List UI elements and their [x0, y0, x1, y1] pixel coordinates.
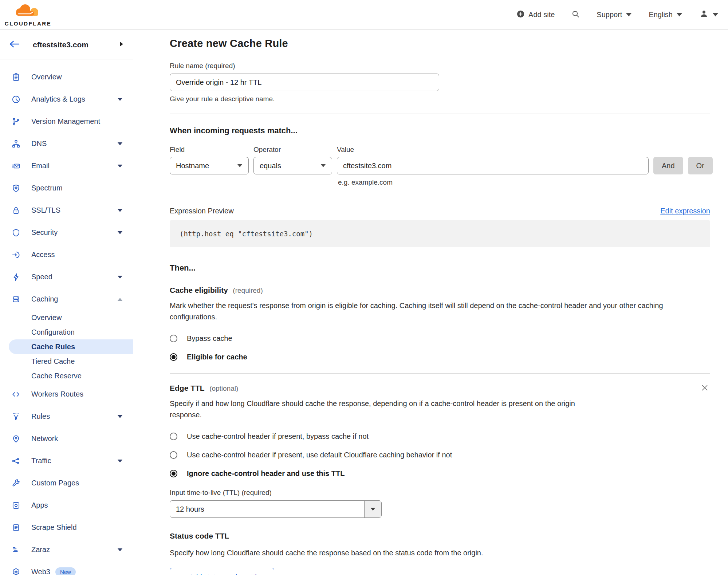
rule-name-input[interactable]: Override origin - 12 hr TTL [170, 74, 439, 91]
rule-name-label: Rule name (required) [170, 62, 710, 70]
radio-unchecked-icon[interactable] [170, 433, 177, 440]
chevron-down-icon [117, 209, 123, 212]
field-label: Field [170, 146, 249, 154]
cloudflare-dashboard: CLOUDFLARE Add site Support E [0, 0, 728, 575]
edge-ttl-description: Specify if and how long Cloudflare shoul… [170, 398, 603, 421]
bars-icon [11, 545, 21, 555]
radio-label: Use cache-control header if present, use… [187, 451, 452, 459]
add-site-button[interactable]: Add site [516, 10, 555, 20]
language-menu[interactable]: English [649, 11, 682, 19]
status-code-ttl-description: Specify how long Cloudflare should cache… [170, 547, 710, 559]
support-menu[interactable]: Support [597, 11, 632, 19]
sidebar-item-zaraz[interactable]: Zaraz [0, 539, 133, 561]
search-button[interactable] [571, 10, 580, 20]
sidebar-item-caching[interactable]: Caching [0, 288, 133, 310]
sidebar-subitem-tiered-cache[interactable]: Tiered Cache [0, 354, 133, 369]
radio-checked-icon[interactable] [170, 353, 177, 361]
sidebar-item-apps[interactable]: Apps [0, 494, 133, 516]
sidebar-item-web3[interactable]: Web3New [0, 561, 133, 575]
radio-label: Ignore cache-control header and use this… [187, 469, 345, 478]
main-panel: Create new Cache Rule Rule name (require… [134, 30, 728, 575]
sidebar-subitem-cache-rules[interactable]: Cache Rules [9, 339, 133, 354]
account-menu[interactable] [699, 9, 719, 20]
sidebar-item-overview[interactable]: Overview [0, 66, 133, 88]
sidebar-item-dns[interactable]: DNS [0, 133, 133, 155]
field-select[interactable]: Hostname [170, 157, 249, 174]
chevron-down-icon [117, 459, 123, 463]
sidebar-item-access[interactable]: Access [0, 244, 133, 266]
sidebar-item-scrape-shield[interactable]: Scrape Shield [0, 516, 133, 539]
shield-icon [11, 228, 21, 237]
cache-eligibility-options: Bypass cacheEligible for cache [170, 334, 710, 361]
sidebar-item-security[interactable]: Security [0, 221, 133, 244]
edge-ttl-options: Use cache-control header if present, byp… [170, 432, 710, 478]
sidebar-subitem-configuration[interactable]: Configuration [0, 325, 133, 339]
edge-ttl-heading: Edge TTL [170, 384, 205, 392]
cloudflare-logo[interactable]: CLOUDFLARE [6, 3, 50, 27]
envelope-icon [11, 161, 21, 171]
sidebar-item-version-management[interactable]: Version Management [0, 110, 133, 133]
chevron-down-icon [117, 98, 123, 101]
sidebar-item-workers-routes[interactable]: Workers Routes [0, 383, 133, 405]
cache-eligibility-qualifier: (required) [233, 287, 263, 294]
app-box-icon [11, 501, 21, 510]
server-stack-icon [11, 295, 21, 304]
cache-eligibility-option-bypass-cache[interactable]: Bypass cache [170, 334, 710, 343]
add-status-code-setting-label: Add status code setting [189, 573, 265, 575]
chevron-down-icon [117, 415, 123, 418]
share-nodes-icon [11, 456, 21, 466]
clipboard-icon [11, 72, 21, 82]
code-brackets-icon [11, 390, 21, 399]
sidebar-item-custom-pages[interactable]: Custom Pages [0, 472, 133, 494]
sidebar-item-network[interactable]: Network [0, 428, 133, 450]
match-heading: When incoming requests match... [170, 126, 710, 135]
radio-unchecked-icon[interactable] [170, 451, 177, 459]
sidebar-subitem-overview[interactable]: Overview [0, 310, 133, 325]
chevron-down-icon [117, 164, 123, 168]
edge-ttl-option-use-cache-control-header-if-present-bypass-cache-if-not[interactable]: Use cache-control header if present, byp… [170, 432, 710, 441]
edge-ttl-qualifier: (optional) [209, 385, 238, 392]
ttl-label: Input time-to-live (TTL) (required) [170, 489, 710, 497]
lightning-icon [11, 272, 21, 282]
close-icon[interactable] [701, 384, 709, 393]
sidebar-item-label: Apps [31, 501, 123, 509]
sidebar-subitem-cache-reserve[interactable]: Cache Reserve [0, 369, 133, 383]
network-tree-icon [11, 139, 21, 149]
header-nav: Add site Support English [516, 9, 719, 20]
operator-select[interactable]: equals [253, 157, 332, 174]
padlock-icon [11, 206, 21, 215]
edge-ttl-option-use-cache-control-header-if-present-use-default-cloudflare-caching-behavior-if-not[interactable]: Use cache-control header if present, use… [170, 451, 710, 459]
sidebar-item-traffic[interactable]: Traffic [0, 450, 133, 472]
sidebar-item-label: Email [31, 162, 117, 170]
back-arrow-icon[interactable] [9, 40, 20, 50]
new-badge: New [55, 567, 76, 575]
location-pin-icon [11, 434, 21, 444]
sidebar-item-label: Spectrum [31, 184, 123, 192]
sidebar-item-label: Traffic [31, 457, 117, 465]
then-heading: Then... [170, 263, 710, 273]
ttl-select[interactable]: 12 hours [170, 500, 382, 518]
edit-expression-link[interactable]: Edit expression [660, 207, 710, 215]
site-switcher: cftestsite3.com [0, 30, 133, 59]
sidebar-item-ssl-tls[interactable]: SSL/TLS [0, 199, 133, 221]
and-button[interactable]: And [653, 157, 683, 174]
add-status-code-setting-button[interactable]: + Add status code setting [170, 568, 274, 575]
sidebar-item-analytics-logs[interactable]: Analytics & Logs [0, 88, 133, 110]
chevron-right-icon[interactable] [120, 42, 123, 48]
sidebar-item-speed[interactable]: Speed [0, 266, 133, 288]
chevron-down-icon [676, 13, 682, 17]
sidebar-item-email[interactable]: Email [0, 155, 133, 177]
cache-eligibility-option-eligible-for-cache[interactable]: Eligible for cache [170, 353, 710, 361]
rule-name-helper: Give your rule a descriptive name. [170, 95, 710, 103]
user-avatar-icon [699, 9, 709, 20]
sidebar-item-spectrum[interactable]: Spectrum [0, 177, 133, 199]
radio-checked-icon[interactable] [170, 470, 177, 477]
or-button[interactable]: Or [688, 157, 713, 174]
edge-ttl-option-ignore-cache-control-header-and-use-this-ttl[interactable]: Ignore cache-control header and use this… [170, 469, 710, 478]
chevron-down-icon [117, 231, 123, 235]
radio-label: Bypass cache [187, 334, 232, 343]
language-label: English [649, 11, 673, 19]
radio-unchecked-icon[interactable] [170, 335, 177, 342]
sidebar-item-rules[interactable]: Rules [0, 405, 133, 428]
value-input[interactable]: cftestsite3.com [337, 157, 649, 174]
